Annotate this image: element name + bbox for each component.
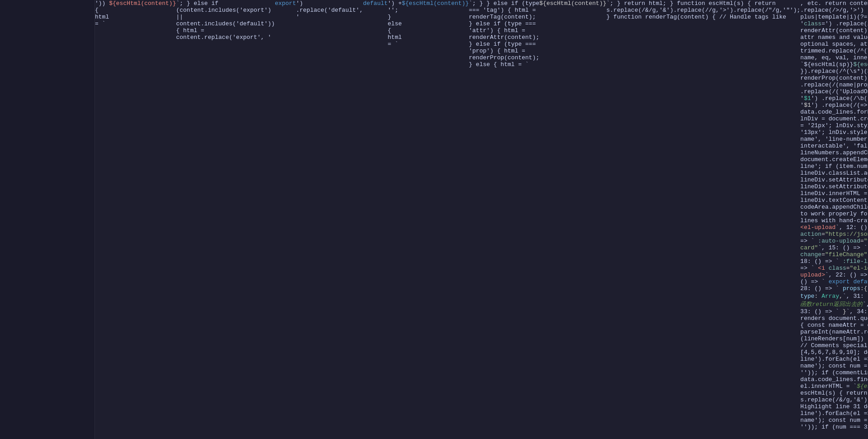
- file-explorer[interactable]: [0, 0, 95, 439]
